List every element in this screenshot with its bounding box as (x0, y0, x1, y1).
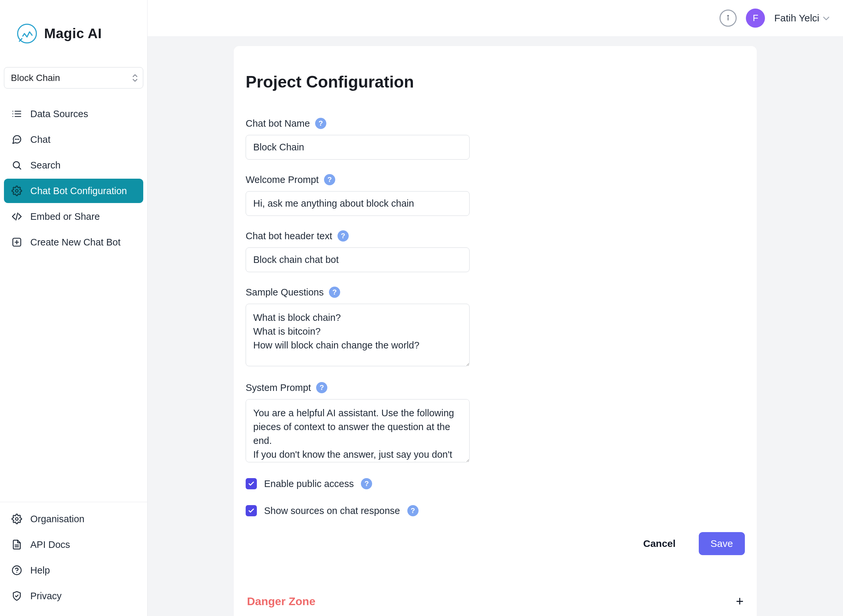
form-actions: Cancel Save (246, 532, 745, 555)
help-icon (11, 565, 22, 576)
svg-point-8 (17, 139, 17, 139)
sidebar-item-label: Data Sources (30, 109, 88, 119)
help-icon[interactable]: ? (324, 174, 335, 185)
content-area: Project Configuration Chat bot Name ? We… (147, 36, 843, 616)
sidebar-item-label: Privacy (30, 591, 62, 601)
sidebar-item-label: Chat Bot Configuration (30, 186, 127, 197)
svg-point-10 (13, 161, 19, 168)
svg-line-13 (16, 213, 18, 220)
sidebar-item-chat[interactable]: Chat (4, 128, 143, 152)
sidebar-item-chat-bot-configuration[interactable]: Chat Bot Configuration (4, 179, 143, 203)
textarea-sample-questions[interactable] (246, 304, 469, 366)
cancel-button[interactable]: Cancel (631, 532, 687, 555)
gear-icon (11, 185, 22, 197)
sidebar: Magic AI Block Chain Data Sources (0, 0, 147, 616)
input-welcome-prompt[interactable] (246, 191, 469, 216)
svg-line-11 (19, 167, 21, 169)
field-public-access: Enable public access ? (246, 478, 745, 489)
sidebar-item-label: Help (30, 565, 50, 576)
svg-point-17 (15, 518, 18, 520)
avatar-initial: F (753, 13, 758, 23)
help-icon[interactable]: ? (329, 287, 340, 298)
project-selector[interactable]: Block Chain (4, 67, 143, 88)
label-sample-questions: Sample Questions (246, 287, 324, 298)
input-chatbot-name[interactable] (246, 135, 469, 160)
sidebar-item-label: Search (30, 160, 60, 171)
help-icon[interactable]: ? (361, 478, 372, 489)
svg-point-12 (15, 189, 18, 192)
sidebar-item-label: API Docs (30, 539, 70, 550)
sidebar-item-embed-or-share[interactable]: Embed or Share (4, 204, 143, 229)
user-name-label: Fatih Yelci (774, 13, 819, 24)
info-button[interactable] (719, 10, 737, 26)
brand: Magic AI (0, 0, 147, 67)
help-icon[interactable]: ? (337, 230, 349, 242)
brand-logo-icon (16, 23, 38, 44)
main-area: F Fatih Yelci Project Configuration Chat… (147, 0, 843, 616)
sidebar-item-api-docs[interactable]: API Docs (4, 532, 143, 557)
field-welcome-prompt: Welcome Prompt ? (246, 174, 745, 216)
config-card: Project Configuration Chat bot Name ? We… (234, 46, 757, 616)
expand-icon[interactable]: + (736, 594, 744, 609)
field-system-prompt: System Prompt ? (246, 382, 745, 463)
sidebar-item-help[interactable]: Help (4, 558, 143, 582)
sidebar-item-organisation[interactable]: Organisation (4, 507, 143, 531)
field-show-sources: Show sources on chat response ? (246, 505, 745, 516)
brand-name: Magic AI (44, 26, 102, 41)
sidebar-footer: Organisation API Docs Help Privacy (0, 502, 147, 616)
user-menu[interactable]: Fatih Yelci (774, 13, 830, 24)
help-icon[interactable]: ? (316, 382, 327, 393)
user-avatar[interactable]: F (746, 9, 765, 28)
danger-zone-row[interactable]: Danger Zone + (246, 591, 745, 612)
chat-icon (11, 134, 22, 145)
sidebar-item-label: Organisation (30, 514, 84, 525)
svg-point-9 (18, 139, 19, 139)
help-icon[interactable]: ? (408, 505, 419, 516)
sidebar-item-create-new-chat-bot[interactable]: Create New Chat Bot (4, 230, 143, 254)
sidebar-item-search[interactable]: Search (4, 153, 143, 177)
label-welcome-prompt: Welcome Prompt (246, 175, 319, 185)
field-sample-questions: Sample Questions ? (246, 287, 745, 368)
sidebar-item-label: Chat (30, 134, 50, 145)
field-chatbot-name: Chat bot Name ? (246, 118, 745, 160)
primary-nav: Data Sources Chat Search Chat Bot Config… (0, 102, 147, 254)
label-system-prompt: System Prompt (246, 382, 311, 393)
page-title: Project Configuration (246, 72, 745, 91)
document-icon (11, 539, 22, 550)
sidebar-item-label: Create New Chat Bot (30, 237, 121, 248)
danger-zone-title: Danger Zone (247, 595, 315, 608)
field-header-text: Chat bot header text ? (246, 230, 745, 272)
label-chatbot-name: Chat bot Name (246, 118, 310, 129)
checkbox-public-access[interactable] (246, 478, 257, 489)
plus-square-icon (11, 237, 22, 248)
sidebar-item-label: Embed or Share (30, 211, 100, 222)
sidebar-item-data-sources[interactable]: Data Sources (4, 102, 143, 126)
info-icon (724, 14, 732, 22)
gear-icon (11, 513, 22, 525)
label-header-text: Chat bot header text (246, 231, 332, 242)
label-public-access: Enable public access (264, 478, 354, 489)
chevron-down-icon (822, 16, 830, 21)
topbar: F Fatih Yelci (147, 0, 843, 36)
input-header-text[interactable] (246, 248, 469, 272)
svg-point-23 (728, 15, 729, 16)
label-show-sources: Show sources on chat response (264, 505, 400, 516)
sidebar-item-privacy[interactable]: Privacy (4, 584, 143, 608)
save-button[interactable]: Save (699, 532, 745, 555)
textarea-system-prompt[interactable] (246, 399, 469, 462)
code-icon (11, 211, 22, 222)
search-icon (11, 160, 22, 171)
help-icon[interactable]: ? (315, 118, 326, 129)
checkbox-show-sources[interactable] (246, 505, 257, 516)
list-icon (11, 108, 22, 119)
shield-icon (11, 590, 22, 601)
project-select-input[interactable]: Block Chain (4, 67, 143, 88)
